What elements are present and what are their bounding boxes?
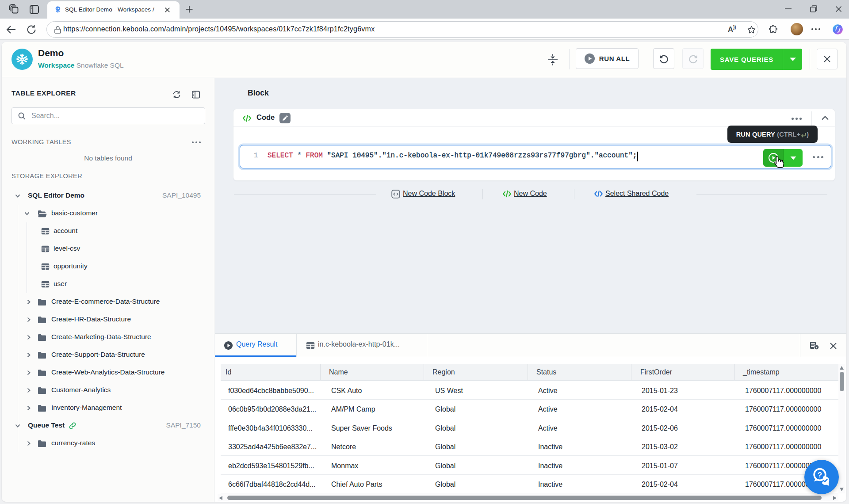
svg-text:?: ?: [818, 471, 822, 479]
